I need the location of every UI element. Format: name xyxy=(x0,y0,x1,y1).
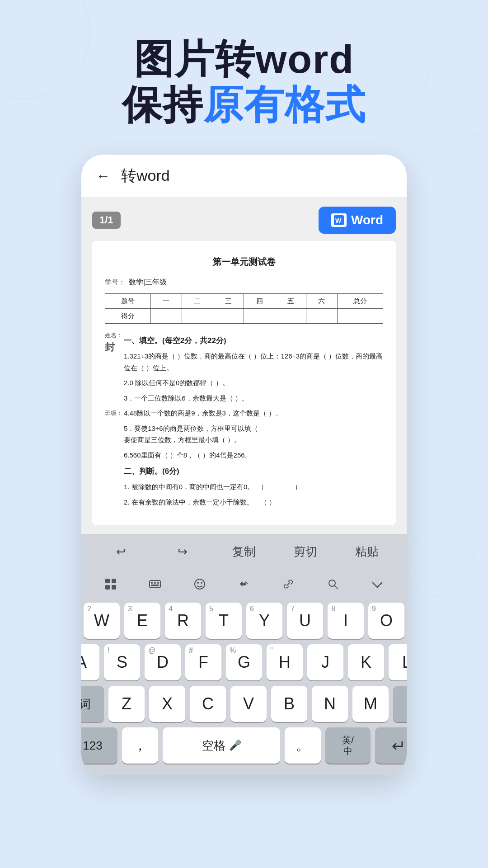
table-cell: 得分 xyxy=(105,308,151,323)
key-e[interactable]: 3E xyxy=(124,603,160,639)
table-cell xyxy=(337,308,383,323)
key-space[interactable]: 空格 🎤 xyxy=(163,727,280,764)
hero-section: 图片转word 保持原有格式 xyxy=(0,0,488,146)
doc-side-labels: 姓名：封 班级： xyxy=(105,330,124,511)
redo-button[interactable]: ↪ xyxy=(152,541,213,562)
doc-toolbar: 1/1 W Word xyxy=(92,207,396,234)
table-cell xyxy=(244,308,275,323)
kb-func-link[interactable] xyxy=(266,574,310,597)
key-z[interactable]: Z xyxy=(108,686,145,722)
question-3: 3．一个三位数除以6，余数最大是（ ）。 xyxy=(124,392,383,404)
phone-mockup: ← 转word 1/1 W Word 第一单元测试卷 学号： 数学|三年级 xyxy=(81,155,407,775)
key-y[interactable]: 6Y xyxy=(246,603,282,639)
doc-content: 第一单元测试卷 学号： 数学|三年级 题号 一 二 三 四 五 六 总分 xyxy=(92,241,396,525)
key-d[interactable]: @D xyxy=(145,644,181,680)
svg-rect-9 xyxy=(157,582,159,584)
space-label: 空格 xyxy=(202,738,225,754)
kb-func-search[interactable] xyxy=(310,574,355,597)
question-5: 5．要使13÷6的商是两位数，方框里可以填（要使商是三位数，方框里最小填（ ）。 xyxy=(124,423,383,446)
copy-button[interactable]: 复制 xyxy=(213,540,275,563)
judgment-1: 1. 被除数的中间有0，商的中间也一定有0。 ） ） xyxy=(124,481,383,493)
question-6: 6.560里面有（ ）个8，（ ）的4倍是256。 xyxy=(124,449,383,461)
doc-info-label: 学号： xyxy=(105,277,125,288)
key-b[interactable]: B xyxy=(271,686,307,722)
hero-title-blue: 原有格式 xyxy=(203,82,366,127)
doc-title: 第一单元测试卷 xyxy=(105,255,383,269)
key-s[interactable]: !S xyxy=(104,644,140,680)
keyboard-row-qwerty: 1Q 2W 3E 4R 5T 6Y 7U 8I 9O 0P xyxy=(81,600,407,642)
svg-rect-5 xyxy=(112,585,116,590)
table-row-header: 题号 一 二 三 四 五 六 总分 xyxy=(105,293,383,308)
key-segment[interactable]: 分词 xyxy=(81,686,104,722)
question-4: 4.48除以一个数的商是9，余数是3，这个数是（ ）。 xyxy=(124,407,383,419)
svg-rect-4 xyxy=(105,585,110,590)
app-title: 转word xyxy=(121,165,170,186)
keyboard-area: 1Q 2W 3E 4R 5T 6Y 7U 8I 9O 0P ˉA !S @D #… xyxy=(81,600,407,775)
back-button[interactable]: ← xyxy=(96,168,110,184)
kb-func-grid[interactable] xyxy=(89,574,133,597)
keyboard-row-asdf: ˉA !S @D #F %G "H J K L xyxy=(81,642,407,683)
key-u[interactable]: 7U xyxy=(287,603,323,639)
key-period[interactable]: 。 xyxy=(285,727,321,764)
doc-viewer: 1/1 W Word 第一单元测试卷 学号： 数学|三年级 xyxy=(81,198,407,534)
key-j[interactable]: J xyxy=(307,644,343,680)
table-cell: 四 xyxy=(244,293,275,308)
key-123[interactable]: 123 xyxy=(81,727,117,764)
keyboard-bottom-row: 123 ， 空格 🎤 。 英/中 xyxy=(81,725,407,766)
score-table: 题号 一 二 三 四 五 六 总分 得分 xyxy=(105,293,383,324)
svg-rect-7 xyxy=(151,582,153,584)
word-icon: W xyxy=(331,213,347,227)
app-header: ← 转word xyxy=(81,155,407,198)
word-export-button[interactable]: W Word xyxy=(319,207,396,234)
kb-func-cursor[interactable] xyxy=(222,574,266,597)
doc-info-row: 学号： 数学|三年级 xyxy=(105,276,383,288)
key-x[interactable]: X xyxy=(149,686,185,722)
key-l[interactable]: L xyxy=(389,644,407,680)
cut-button[interactable]: 剪切 xyxy=(275,540,336,563)
svg-rect-2 xyxy=(105,579,110,583)
key-enter[interactable] xyxy=(375,727,407,764)
label-name: 姓名：封 xyxy=(105,331,124,355)
table-cell xyxy=(182,308,213,323)
key-v[interactable]: V xyxy=(230,686,267,722)
key-f[interactable]: #F xyxy=(185,644,221,680)
question-2: 2.0 除以任何不是0的数都得（ ）。 xyxy=(124,377,383,389)
undo-button[interactable]: ↩ xyxy=(90,541,152,562)
table-cell: 五 xyxy=(275,293,306,308)
table-cell: 一 xyxy=(151,293,182,308)
key-i[interactable]: 8I xyxy=(328,603,364,639)
key-lang[interactable]: 英/中 xyxy=(325,727,371,764)
table-cell xyxy=(275,308,306,323)
word-button-label: Word xyxy=(351,213,383,227)
question-1: 1.321÷3的商是（ ）位数，商的最高位在（ ）位上；126÷3的商是（ ）位… xyxy=(124,350,383,373)
delete-key[interactable] xyxy=(393,686,407,722)
paste-button[interactable]: 粘贴 xyxy=(336,540,398,563)
hero-title-black: 保持 xyxy=(122,82,203,127)
key-a[interactable]: ˉA xyxy=(81,644,99,680)
svg-rect-10 xyxy=(151,585,159,586)
svg-rect-6 xyxy=(150,580,160,588)
key-t[interactable]: 5T xyxy=(206,603,242,639)
svg-line-15 xyxy=(334,585,338,589)
key-comma[interactable]: ， xyxy=(122,727,158,764)
table-cell: 三 xyxy=(213,293,244,308)
key-n[interactable]: N xyxy=(312,686,348,722)
key-c[interactable]: C xyxy=(190,686,226,722)
section2-title: 二、判断。(6分) xyxy=(124,465,383,477)
page-badge: 1/1 xyxy=(92,212,121,229)
key-g[interactable]: %G xyxy=(226,644,262,680)
kb-func-keyboard[interactable] xyxy=(133,574,177,597)
key-w[interactable]: 2W xyxy=(84,603,120,639)
table-cell: 二 xyxy=(182,293,213,308)
key-m[interactable]: M xyxy=(352,686,389,722)
key-k[interactable]: K xyxy=(348,644,384,680)
key-o[interactable]: 9O xyxy=(368,603,404,639)
section1-title: 一、填空。(每空2分，共22分) xyxy=(124,335,383,347)
key-r[interactable]: 4R xyxy=(165,603,201,639)
svg-point-12 xyxy=(197,582,199,584)
key-h[interactable]: "H xyxy=(267,644,303,680)
kb-func-emoji[interactable] xyxy=(178,574,222,597)
svg-text:W: W xyxy=(335,217,342,224)
kb-func-collapse[interactable] xyxy=(355,575,399,596)
table-cell: 六 xyxy=(306,293,338,308)
